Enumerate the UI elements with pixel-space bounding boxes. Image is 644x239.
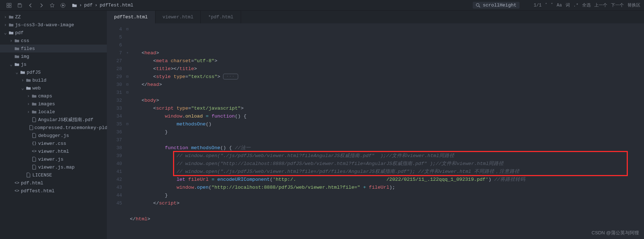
code-line[interactable]: </script> xyxy=(130,199,644,207)
editor-area[interactable]: 4567272829303132333435363738394041424344… xyxy=(107,23,644,239)
star-icon[interactable] xyxy=(47,0,58,11)
code-line[interactable] xyxy=(130,207,644,215)
tree-item[interactable]: <>pdf.html xyxy=(0,179,107,187)
tree-item[interactable]: ›ZZ xyxy=(0,13,107,21)
fold-marker[interactable]: ⊟ xyxy=(125,89,130,97)
fold-marker[interactable] xyxy=(125,112,130,120)
code-line[interactable] xyxy=(130,136,644,144)
tree-item[interactable]: ›images xyxy=(0,100,107,108)
tree-item[interactable]: debugger.js xyxy=(0,132,107,139)
tree-item[interactable]: ›build xyxy=(0,76,107,84)
opt-selectall[interactable]: 全选 xyxy=(582,2,591,8)
fold-marker[interactable] xyxy=(125,192,130,199)
tree-item[interactable]: ›locale xyxy=(0,108,107,116)
tab[interactable]: pdfTest.html xyxy=(107,11,155,23)
tree-item[interactable]: ›css xyxy=(0,37,107,45)
chevron-icon: ⌄ xyxy=(3,30,8,36)
fold-marker[interactable] xyxy=(125,65,130,73)
nav-up-icon[interactable]: ˄ xyxy=(545,3,547,8)
fold-marker[interactable]: ⊟ xyxy=(125,81,130,89)
code-line[interactable]: // window.open("./js/pdfJS/web/viewer.ht… xyxy=(130,152,644,160)
tree-item[interactable]: viewer.js xyxy=(0,155,107,163)
fold-marker[interactable] xyxy=(125,160,130,168)
search-box[interactable]: scrollHeight xyxy=(473,2,520,9)
folder-icon xyxy=(8,22,14,27)
nav-down-icon[interactable]: ˅ xyxy=(551,3,553,8)
fold-marker[interactable]: ⊟ xyxy=(125,120,130,128)
tree-item[interactable]: ⌄pdfJS xyxy=(0,68,107,76)
opt-prev[interactable]: 上一个 xyxy=(594,2,607,8)
breadcrumb-seg-0[interactable]: pdf xyxy=(84,3,92,8)
nav-forward-icon[interactable] xyxy=(36,0,47,11)
fold-marker[interactable]: ⊟ xyxy=(125,26,130,33)
tree-item[interactable]: ⌄js xyxy=(0,60,107,68)
code-line[interactable]: // window.open("http://localhost:8888/pd… xyxy=(130,160,644,168)
code-line[interactable]: <meta charset="utf-8"> xyxy=(130,57,644,65)
code-line[interactable]: <head> xyxy=(130,49,644,57)
tree-item[interactable]: files xyxy=(0,45,107,52)
breadcrumb-seg-1[interactable]: pdfTest.html xyxy=(100,3,133,8)
code-line[interactable]: } xyxy=(130,192,644,199)
code-line[interactable]: </html> xyxy=(130,215,644,223)
tree-item[interactable]: compressed.tracemonkey-pldi-0... xyxy=(0,124,107,132)
fold-marker[interactable]: ∗ xyxy=(125,49,130,57)
code-line[interactable]: <body> xyxy=(130,97,644,105)
fold-marker[interactable] xyxy=(125,57,130,65)
tree-item[interactable]: AngularJS权威指南.pdf xyxy=(0,116,107,124)
opt-next[interactable]: 下一个 xyxy=(611,2,624,8)
code-line[interactable]: function methodsOne() { //法一 xyxy=(130,144,644,152)
tree-item[interactable]: img xyxy=(0,52,107,60)
fold-marker[interactable] xyxy=(125,144,130,152)
menu-icon[interactable] xyxy=(4,0,14,11)
tab[interactable]: viewer.html xyxy=(155,11,201,23)
code-content[interactable]: <head> <meta charset="utf-8"> <title></t… xyxy=(130,23,644,239)
fold-marker[interactable] xyxy=(125,97,130,105)
nav-back-icon[interactable] xyxy=(25,0,36,11)
code-line[interactable]: methodsOne() xyxy=(130,120,644,128)
fold-marker[interactable] xyxy=(125,136,130,144)
fold-marker[interactable] xyxy=(125,152,130,160)
fold-marker[interactable] xyxy=(125,128,130,136)
tree-item[interactable]: ›cmaps xyxy=(0,92,107,100)
code-line[interactable] xyxy=(130,89,644,97)
fold-marker[interactable] xyxy=(125,33,130,41)
tree-item[interactable]: <>pdfTest.html xyxy=(0,187,107,195)
run-icon[interactable] xyxy=(58,0,68,11)
save-icon[interactable] xyxy=(14,0,25,11)
fold-marker[interactable] xyxy=(125,105,130,112)
tree-item[interactable]: viewer.js.map xyxy=(0,163,107,171)
fold-marker[interactable] xyxy=(125,176,130,184)
fold-marker[interactable] xyxy=(125,41,130,49)
tree-item[interactable]: <>viewer.html xyxy=(0,147,107,155)
code-line[interactable]: </head> xyxy=(130,81,644,89)
code-line[interactable]: window.onload = function() { xyxy=(130,112,644,120)
opt-aa[interactable]: Aa xyxy=(557,3,562,8)
opt-replace[interactable]: 替换区 xyxy=(627,2,640,8)
code-line[interactable]: <title></title> xyxy=(130,65,644,73)
file-html-icon: <> xyxy=(14,189,20,193)
fold-marker[interactable]: ⊟ xyxy=(125,73,130,81)
code-line[interactable]: <style type="text/css"> ··· xyxy=(130,73,644,81)
line-number: 4 xyxy=(107,26,122,33)
tab[interactable]: pdf.html xyxy=(201,11,241,23)
breadcrumb[interactable]: › pdf › pdfTest.html xyxy=(72,3,133,8)
file-explorer[interactable]: ›ZZ›js-css3-3d-wave-image⌄pdf›css files … xyxy=(0,11,107,239)
code-line[interactable]: let fileUrl = encodeURIComponent('http:/… xyxy=(130,176,644,184)
code-line[interactable]: window.open("http://localhost:8888/pdfJS… xyxy=(130,184,644,192)
opt-regex[interactable]: .* xyxy=(573,3,579,8)
code-line[interactable]: <script type="text/javascript"> xyxy=(130,105,644,112)
code-line[interactable] xyxy=(130,223,644,231)
tree-item[interactable]: ⌄web xyxy=(0,84,107,92)
fold-marker[interactable] xyxy=(125,184,130,192)
fold-marker[interactable] xyxy=(125,199,130,207)
tree-item[interactable]: ⌄pdf xyxy=(0,29,107,37)
tree-item[interactable]: LICENSE xyxy=(0,171,107,179)
line-number: 43 xyxy=(107,184,122,192)
fold-gutter[interactable]: ⊟ ∗ ⊟⊟⊟ ⊟ xyxy=(125,23,130,239)
fold-marker[interactable] xyxy=(125,168,130,176)
tree-item[interactable]: {}viewer.css xyxy=(0,139,107,147)
opt-word[interactable]: 词 xyxy=(566,2,570,8)
tree-item[interactable]: ›js-css3-3d-wave-image xyxy=(0,21,107,29)
code-line[interactable]: } xyxy=(130,128,644,136)
code-line[interactable]: // window.open("./js/pdfJS/web/viewer.ht… xyxy=(130,168,644,176)
